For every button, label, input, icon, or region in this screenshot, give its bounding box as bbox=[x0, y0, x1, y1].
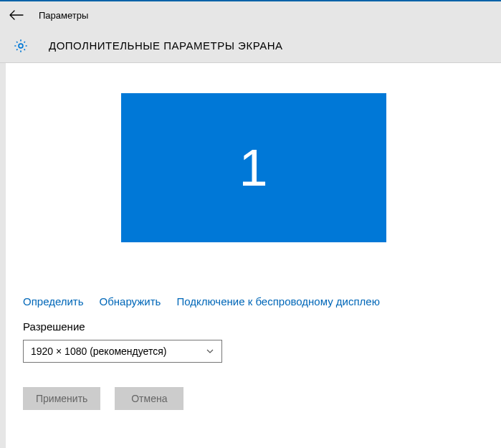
gear-icon bbox=[13, 38, 29, 54]
resolution-value: 1920 × 1080 (рекомендуется) bbox=[31, 345, 166, 357]
back-arrow-icon bbox=[9, 10, 24, 20]
sidebar-stripe bbox=[0, 63, 6, 448]
wireless-display-link[interactable]: Подключение к беспроводному дисплею bbox=[176, 295, 380, 308]
settings-window: Параметры ДОПОЛНИТЕЛЬНЫЕ ПАРАМЕТРЫ ЭКРАН… bbox=[0, 0, 501, 448]
monitor-preview-area: 1 bbox=[23, 63, 484, 264]
chevron-down-icon bbox=[206, 347, 214, 356]
titlebar-title: Параметры bbox=[39, 10, 88, 21]
display-links-row: Определить Обнаружить Подключение к бесп… bbox=[23, 264, 484, 320]
page-header: ДОПОЛНИТЕЛЬНЫЕ ПАРАМЕТРЫ ЭКРАНА bbox=[0, 29, 501, 63]
detect-link[interactable]: Обнаружить bbox=[100, 295, 161, 308]
titlebar: Параметры bbox=[0, 0, 501, 29]
cancel-button[interactable]: Отмена bbox=[115, 387, 183, 410]
apply-button[interactable]: Применить bbox=[23, 387, 100, 410]
resolution-label: Разрешение bbox=[23, 320, 484, 333]
identify-link[interactable]: Определить bbox=[23, 295, 84, 308]
action-buttons-row: Применить Отмена bbox=[23, 387, 484, 410]
svg-point-0 bbox=[19, 44, 23, 48]
resolution-select[interactable]: 1920 × 1080 (рекомендуется) bbox=[23, 340, 222, 363]
monitor-1[interactable]: 1 bbox=[121, 93, 386, 242]
content-area: 1 Определить Обнаружить Подключение к бе… bbox=[6, 63, 501, 448]
back-button[interactable] bbox=[9, 7, 24, 23]
page-title: ДОПОЛНИТЕЛЬНЫЕ ПАРАМЕТРЫ ЭКРАНА bbox=[49, 39, 282, 52]
